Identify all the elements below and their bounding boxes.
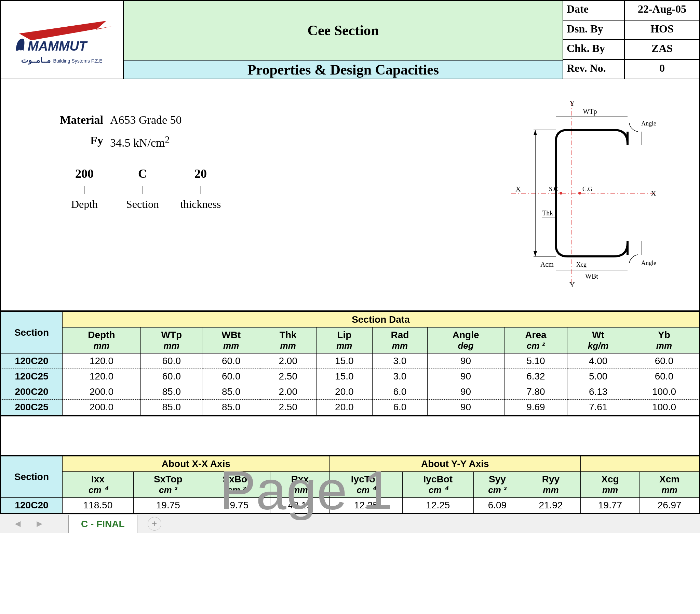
svg-point-18: [560, 192, 562, 195]
section-data-table: Section Section Data Depthmm WTpmm WBtmm…: [1, 312, 699, 415]
value-rev: 0: [625, 60, 699, 79]
t1-column-headers: Depthmm WTpmm WBtmm Thkmm Lipmm Radmm An…: [1, 328, 699, 354]
info-row-dsn: Dsn. By HOS: [563, 21, 699, 40]
fy-label: Fy: [55, 134, 110, 149]
title-main: Cee Section: [124, 1, 563, 61]
desig-thickness: 20 | thickness: [172, 167, 230, 211]
cee-section-diagram: WTp WBt Acm Xcg Angle Angle Thk S.C: [467, 96, 686, 290]
table-row: 120C25 120.060.060.02.5015.03.0906.325.0…: [1, 369, 699, 384]
t2-column-headers: Ixxcm ⁴ SxTopcm ³ SxBotcm ³ Rxxmm IycTop…: [1, 472, 699, 498]
svg-text:Xcg: Xcg: [576, 261, 587, 268]
logo-cell: MAMMUT مــامــوت Building Systems F.Z.E: [1, 1, 124, 79]
sheet-tab-active[interactable]: C - FINAL: [68, 515, 137, 533]
label-date: Date: [563, 1, 625, 20]
svg-text:Angle: Angle: [641, 120, 656, 127]
svg-text:Thk: Thk: [542, 209, 553, 217]
value-dsn: HOS: [625, 21, 699, 40]
table-row: 120C20 120.060.060.02.0015.03.0905.104.0…: [1, 354, 699, 369]
tab-nav-arrows: ◄ ►: [0, 518, 68, 529]
svg-text:Y: Y: [570, 280, 575, 289]
material-label: Material: [55, 113, 110, 126]
add-sheet-button[interactable]: +: [148, 517, 161, 531]
value-date: 22-Aug-05: [625, 1, 699, 20]
nav-next-icon[interactable]: ►: [35, 518, 45, 529]
body-area: Material A653 Grade 50 Fy 34.5 kN/cm2 20…: [1, 79, 699, 312]
svg-marker-7: [534, 251, 537, 256]
title-column: Cee Section Properties & Design Capaciti…: [124, 1, 563, 79]
logo-subtitle: Building Systems F.Z.E: [53, 58, 102, 64]
plus-icon: +: [152, 518, 157, 529]
svg-text:Acm: Acm: [540, 260, 554, 268]
table-row: 120C20 118.5019.7519.7548.1912.2512.256.…: [1, 498, 699, 513]
logo-arabic: مــامــوت: [21, 56, 51, 64]
sheet-tab-bar: ◄ ► C - FINAL +: [0, 514, 700, 533]
label-rev: Rev. No.: [563, 60, 625, 79]
info-row-rev: Rev. No. 0: [563, 60, 699, 79]
nav-prev-icon[interactable]: ◄: [13, 518, 23, 529]
material-value: A653 Grade 50: [110, 113, 182, 126]
table-row: 200C20 200.085.085.02.0020.06.0907.806.1…: [1, 384, 699, 400]
fy-value: 34.5 kN/cm2: [110, 134, 170, 149]
t1-group-header: Section Data: [63, 312, 699, 328]
desig-section: C | Section: [113, 167, 172, 211]
svg-text:X: X: [651, 189, 656, 198]
t1-section-header: Section: [1, 312, 63, 354]
svg-text:X: X: [515, 185, 521, 193]
spreadsheet-page: MAMMUT مــامــوت Building Systems F.Z.E …: [0, 0, 700, 514]
svg-text:Angle: Angle: [641, 259, 656, 266]
svg-text:WTp: WTp: [583, 108, 597, 115]
t2-group-extra: [580, 456, 699, 472]
value-chk: ZAS: [625, 40, 699, 59]
label-dsn: Dsn. By: [563, 21, 625, 40]
svg-text:Y: Y: [570, 99, 575, 107]
title-sub: Properties & Design Capacities: [124, 61, 563, 79]
mammut-logo: MAMMUT: [11, 15, 113, 59]
info-row-date: Date 22-Aug-05: [563, 1, 699, 21]
table-gap: [1, 415, 699, 456]
info-column: Date 22-Aug-05 Dsn. By HOS Chk. By ZAS R…: [563, 1, 699, 79]
svg-marker-6: [534, 130, 537, 135]
desig-depth: 200 | Depth: [55, 167, 113, 211]
material-block: Material A653 Grade 50 Fy 34.5 kN/cm2 20…: [14, 96, 467, 290]
axis-properties-table: Section About X-X Axis About Y-Y Axis Ix…: [1, 456, 699, 513]
t2-group-xx: About X-X Axis: [63, 456, 330, 472]
t2-section-header: Section: [1, 456, 63, 498]
svg-text:C.G: C.G: [583, 186, 593, 193]
svg-text:S.C: S.C: [549, 186, 558, 193]
label-chk: Chk. By: [563, 40, 625, 59]
info-row-chk: Chk. By ZAS: [563, 40, 699, 60]
table-row: 200C25 200.085.085.02.5020.06.0909.697.6…: [1, 400, 699, 415]
designation-block: 200 | Depth C | Section 20 | thickness: [55, 167, 467, 211]
svg-point-19: [578, 192, 581, 195]
svg-text:MAMMUT: MAMMUT: [28, 39, 88, 53]
t2-group-yy: About Y-Y Axis: [329, 456, 580, 472]
svg-text:WBt: WBt: [585, 272, 598, 280]
header-row: MAMMUT مــامــوت Building Systems F.Z.E …: [1, 1, 699, 79]
